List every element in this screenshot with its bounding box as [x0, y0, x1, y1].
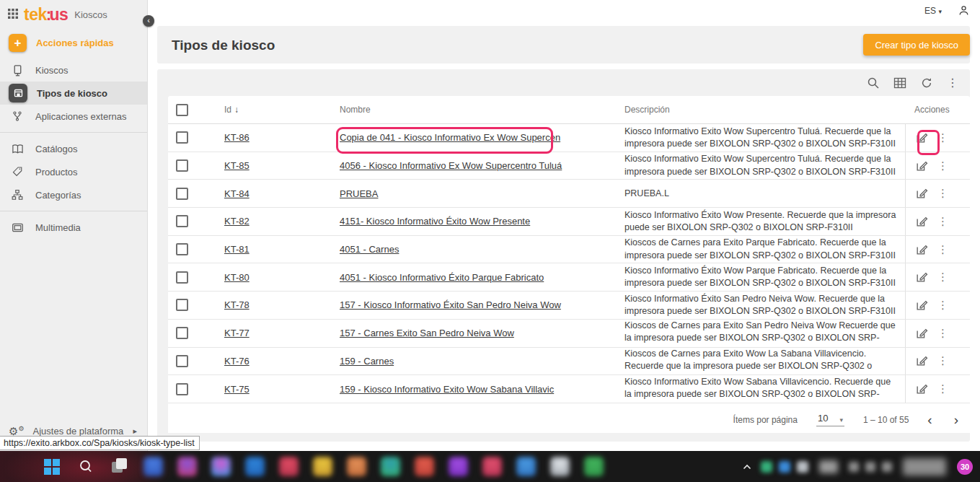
tray-clock-blurred[interactable]	[903, 458, 946, 476]
row-id-link[interactable]: KT-76	[224, 356, 250, 367]
app-grid-icon[interactable]	[7, 8, 19, 22]
tray-network-icon[interactable]	[849, 462, 859, 472]
row-checkbox[interactable]	[176, 215, 188, 227]
app-orange-icon[interactable]	[347, 457, 366, 476]
row-name-link[interactable]: 159 - Carnes	[340, 356, 394, 367]
app-pink-red-icon[interactable]	[482, 457, 502, 476]
row-id-link[interactable]: KT-80	[224, 272, 250, 283]
row-id-link[interactable]: KT-78	[224, 299, 250, 310]
app-red-pink-icon[interactable]	[279, 457, 299, 476]
row-name-link[interactable]: Copia de 041 - Kiosco Informativo Ex Wow…	[340, 132, 560, 143]
taskbar-search-icon[interactable]	[76, 457, 95, 476]
search-icon[interactable]	[867, 76, 880, 89]
row-name-link[interactable]: 157 - Kiosco Informativo Éxito San Pedro…	[340, 299, 561, 310]
app-teal-green-icon[interactable]	[381, 457, 400, 476]
row-name-link[interactable]: 4151- Kiosco Informativo Éxito Wow Prese…	[340, 216, 530, 227]
row-checkbox[interactable]	[176, 327, 188, 339]
row-more-icon[interactable]: ⋮	[937, 215, 948, 228]
row-more-icon[interactable]: ⋮	[937, 382, 948, 395]
row-more-icon[interactable]: ⋮	[937, 271, 948, 284]
edit-icon[interactable]	[915, 187, 928, 200]
windows-start-icon[interactable]	[42, 457, 61, 476]
refresh-icon[interactable]	[920, 76, 933, 89]
row-more-icon[interactable]: ⋮	[937, 354, 948, 367]
previous-page-button[interactable]: ‹	[927, 413, 932, 426]
app-yellow-1-icon[interactable]	[313, 457, 332, 476]
tray-app-gray-icon[interactable]	[797, 461, 808, 473]
more-icon[interactable]: ⋮	[947, 77, 958, 89]
app-white-icon[interactable]	[550, 457, 570, 476]
app-blue-1-icon[interactable]	[144, 457, 163, 476]
sidebar-item-ajustes-de-plataforma[interactable]: ⚙⚙ Ajustes de plataforma ▸	[0, 426, 147, 437]
row-more-icon[interactable]: ⋮	[937, 159, 948, 172]
row-name-link[interactable]: 4051 - Carnes	[340, 244, 399, 255]
edit-icon[interactable]	[915, 327, 928, 340]
edit-icon[interactable]	[915, 159, 928, 172]
row-checkbox[interactable]	[176, 299, 188, 311]
items-per-page-select[interactable]: 10 ▾	[816, 413, 844, 426]
quick-actions-button[interactable]: + Acciones rápidas	[0, 27, 147, 58]
sidebar-item-multimedia[interactable]: Multimedia	[0, 216, 147, 239]
app-purple-red-icon[interactable]	[177, 457, 197, 476]
row-checkbox[interactable]	[176, 243, 188, 255]
column-header-descripcion[interactable]: Descripción	[624, 104, 905, 116]
row-id-link[interactable]: KT-84	[224, 188, 250, 199]
row-more-icon[interactable]: ⋮	[937, 131, 948, 144]
row-id-link[interactable]: KT-77	[224, 328, 250, 338]
column-header-id[interactable]: Id↓	[218, 105, 340, 115]
row-more-icon[interactable]: ⋮	[937, 243, 948, 256]
sidebar-collapse-button[interactable]: ‹	[143, 15, 154, 27]
edit-icon[interactable]	[915, 271, 928, 284]
tray-chevron-up-icon[interactable]	[743, 464, 751, 470]
app-violet-icon[interactable]	[449, 457, 468, 476]
row-checkbox[interactable]	[176, 383, 188, 395]
row-id-link[interactable]: KT-82	[224, 216, 250, 227]
row-checkbox[interactable]	[176, 131, 188, 144]
row-name-link[interactable]: PRUEBA	[340, 188, 378, 199]
tray-battery-icon[interactable]	[882, 462, 892, 472]
edit-icon[interactable]	[915, 215, 928, 228]
row-name-link[interactable]: 4051 - Kiosco Informativo Éxito Parque F…	[340, 272, 544, 283]
tray-app-blue-icon[interactable]	[779, 461, 790, 473]
notification-badge[interactable]: 30	[957, 459, 973, 475]
task-view-icon[interactable]	[110, 457, 129, 476]
edit-icon[interactable]	[915, 243, 928, 256]
user-profile-icon[interactable]	[958, 4, 970, 17]
sidebar-item-productos[interactable]: Productos	[0, 160, 147, 183]
language-selector[interactable]: ES ▾	[924, 6, 942, 16]
app-red-icon[interactable]	[415, 457, 434, 476]
edit-icon[interactable]	[915, 299, 928, 312]
row-id-link[interactable]: KT-86	[224, 132, 250, 143]
sidebar-item-kioscos[interactable]: Kioscos	[0, 58, 147, 82]
sidebar-item-aplicaciones-externas[interactable]: Aplicaciones externas	[0, 105, 147, 128]
row-more-icon[interactable]: ⋮	[937, 327, 948, 340]
app-pink-blue-icon[interactable]	[211, 457, 231, 476]
row-name-link[interactable]: 159 - Kiosco Informativo Exito Wow Saban…	[340, 384, 554, 395]
edit-icon[interactable]	[915, 354, 928, 367]
column-header-nombre[interactable]: Nombre	[340, 105, 624, 115]
sidebar-item-categorias[interactable]: Categorías	[0, 183, 147, 206]
row-name-link[interactable]: 4056 - Kiosco Informativo Ex Wow Superce…	[340, 160, 562, 171]
tray-volume-icon[interactable]	[865, 462, 875, 472]
row-checkbox[interactable]	[176, 188, 188, 200]
app-blue-2-icon[interactable]	[245, 457, 265, 476]
row-more-icon[interactable]: ⋮	[937, 187, 948, 200]
tray-app-teal-icon[interactable]	[761, 461, 772, 473]
app-blue-3-icon[interactable]	[516, 457, 536, 476]
row-more-icon[interactable]: ⋮	[937, 299, 948, 312]
row-id-link[interactable]: KT-75	[224, 384, 250, 395]
edit-icon[interactable]	[915, 382, 928, 395]
row-checkbox[interactable]	[176, 159, 188, 172]
create-kiosk-type-button[interactable]: Crear tipo de kiosco	[863, 34, 970, 56]
row-id-link[interactable]: KT-85	[224, 160, 250, 171]
row-checkbox[interactable]	[176, 271, 188, 284]
sidebar-item-tipos-de-kiosco[interactable]: Tipos de kiosco	[0, 82, 147, 105]
next-page-button[interactable]: ›	[954, 413, 958, 426]
table-icon[interactable]	[893, 76, 906, 89]
app-green-icon[interactable]	[584, 457, 604, 476]
edit-icon[interactable]	[915, 131, 928, 144]
row-id-link[interactable]: KT-81	[224, 244, 250, 255]
row-checkbox[interactable]	[176, 355, 188, 367]
row-name-link[interactable]: 157 - Carnes Exito San Pedro Neiva Wow	[340, 328, 514, 338]
select-all-checkbox[interactable]	[176, 104, 188, 116]
